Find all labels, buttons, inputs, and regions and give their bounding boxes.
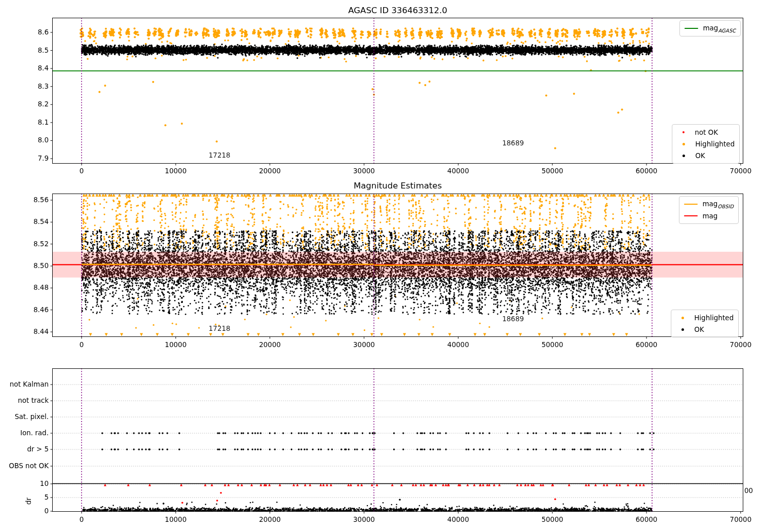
x-tick-label: 50000: [532, 341, 573, 349]
legend-row-mag-agasc: magAGASC: [685, 23, 736, 33]
x-tick-label: 0: [61, 341, 102, 349]
legend-row-ok-mid: OK: [676, 324, 734, 334]
y-tick-label: 8.52: [0, 240, 49, 248]
x-tick-label: 30000: [344, 167, 384, 175]
flag-category-label: not Kalman: [0, 381, 49, 388]
middle-plot-lines-legend: magOBSID mag: [679, 196, 739, 224]
highlighted-legend-label: Highlighted: [694, 314, 734, 322]
y-tick-label: 8.56: [0, 196, 49, 204]
x-tick-label: 40000: [438, 516, 478, 523]
chart-canvas: [0, 0, 760, 532]
flag-category-label: Ion. rad.: [0, 429, 49, 437]
legend-row-highlighted: Highlighted: [677, 139, 735, 149]
x-tick-label: 40000: [438, 167, 478, 175]
x-tick-label: 10000: [156, 341, 196, 349]
x-tick-label: 0: [61, 516, 102, 523]
legend-row-mag-obsid: magOBSID: [684, 199, 734, 209]
legend-row-mag: mag: [684, 211, 734, 221]
x-tick-label: 60000: [626, 167, 667, 175]
flag-category-label: OBS not OK: [0, 462, 49, 470]
y-tick-label: 8.2: [0, 100, 49, 108]
y-tick-label: 8.4: [0, 64, 49, 72]
not-ok-marker-swatch: [682, 131, 685, 133]
x-tick-label: 40000: [438, 341, 478, 349]
mag-agasc-line-swatch: [685, 28, 698, 29]
x-tick-label: 70000: [720, 516, 760, 523]
dr-tick-label: 5: [0, 493, 49, 501]
x-tick-label: 20000: [250, 167, 290, 175]
mag-obsid-legend-label: magOBSID: [702, 200, 734, 209]
x-tick-label: 50000: [532, 167, 573, 175]
legend-row-ok: OK: [677, 150, 735, 161]
y-tick-label: 8.48: [0, 284, 49, 291]
legend-row-highlighted-mid: Highlighted: [676, 313, 734, 323]
x-tick-label: 50000: [532, 516, 573, 523]
legend-row-not-ok: not OK: [677, 127, 735, 137]
top-plot-title: AGASC ID 336463312.0: [52, 6, 743, 15]
x-tick-label: 10000: [156, 167, 196, 175]
x-tick-label: 20000: [250, 516, 290, 523]
flag-category-label: dr > 5: [0, 445, 49, 453]
highlighted-legend-label: Highlighted: [695, 140, 735, 148]
mag-line-swatch: [684, 215, 698, 217]
top-plot-points-legend: not OK Highlighted OK: [672, 124, 740, 164]
not-ok-legend-label: not OK: [695, 128, 718, 136]
x-tick-label: 60000: [626, 341, 667, 349]
mag-legend-label: mag: [702, 212, 717, 220]
x-tick-label: 0: [61, 167, 102, 175]
middle-plot-points-legend: Highlighted OK: [671, 310, 739, 337]
x-tick-label: 30000: [344, 516, 384, 523]
dr-tick-label: 10: [0, 480, 49, 487]
clipped-tick-label: 00: [744, 486, 753, 495]
ok-marker-swatch: [682, 155, 685, 157]
figure: AGASC ID 336463312.0 Magnitude Estimates…: [0, 0, 760, 532]
mag-obsid-line-swatch: [684, 204, 698, 205]
y-tick-label: 8.6: [0, 28, 49, 36]
ok-legend-label: OK: [695, 151, 705, 160]
middle-plot-title: Magnitude Estimates: [52, 181, 743, 191]
flag-category-label: Sat. pixel.: [0, 413, 49, 421]
x-tick-label: 70000: [720, 167, 760, 175]
ok-marker-swatch: [681, 328, 684, 331]
y-tick-label: 8.44: [0, 328, 49, 335]
highlighted-marker-swatch: [682, 143, 685, 145]
y-tick-label: 8.0: [0, 136, 49, 144]
obsid-annotation-18689-top: 18689: [502, 139, 524, 147]
flag-category-label: not track: [0, 397, 49, 404]
y-tick-label: 7.9: [0, 155, 49, 162]
y-tick-label: 8.50: [0, 262, 49, 270]
dr-tick-label: 0: [0, 507, 49, 515]
x-tick-label: 30000: [344, 341, 384, 349]
x-tick-label: 60000: [626, 516, 667, 523]
y-tick-label: 8.1: [0, 119, 49, 126]
highlighted-marker-swatch: [681, 317, 684, 319]
x-tick-label: 20000: [250, 341, 290, 349]
obsid-annotation-18689-middle: 18689: [502, 315, 524, 323]
mag-agasc-legend-label: magAGASC: [703, 24, 736, 33]
ok-legend-label: OK: [694, 325, 704, 333]
y-tick-label: 8.5: [0, 47, 49, 54]
x-tick-label: 70000: [720, 341, 760, 349]
y-tick-label: 8.46: [0, 306, 49, 314]
y-tick-label: 8.54: [0, 218, 49, 225]
y-tick-label: 8.3: [0, 83, 49, 90]
x-tick-label: 10000: [156, 516, 196, 523]
top-plot-line-legend: magAGASC: [679, 20, 741, 36]
obsid-annotation-17218-middle: 17218: [209, 324, 231, 332]
obsid-annotation-17218-top: 17218: [209, 151, 231, 159]
